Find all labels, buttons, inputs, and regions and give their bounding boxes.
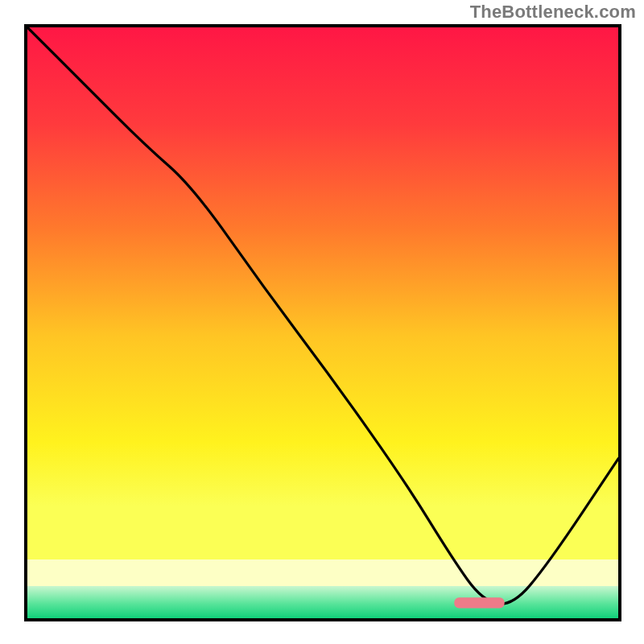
plot-border [24,24,621,621]
watermark-text: TheBottleneck.com [470,2,636,23]
chart-container: TheBottleneck.com [0,0,644,644]
